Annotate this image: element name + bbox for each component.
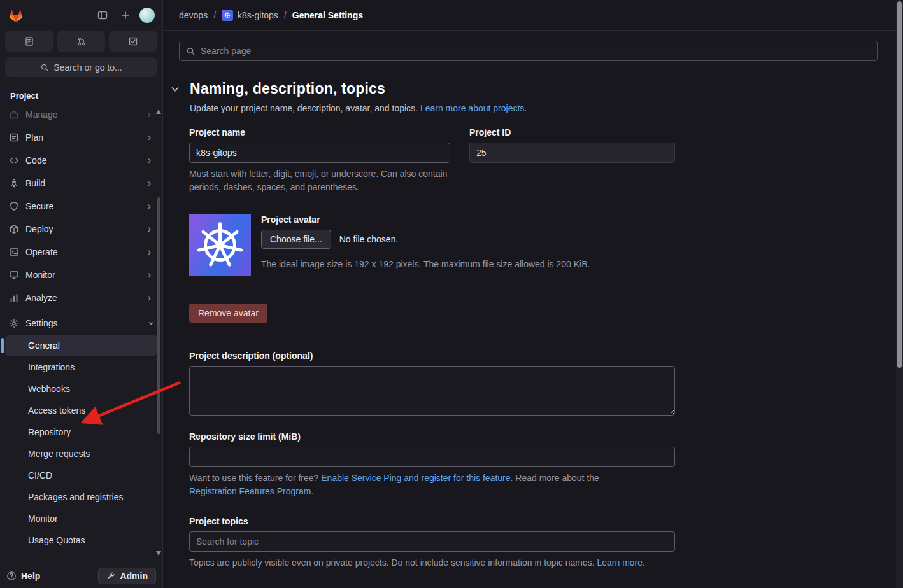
- issues-shortcut-button[interactable]: [5, 31, 53, 52]
- choose-file-button[interactable]: Choose file...: [261, 230, 331, 249]
- merge-requests-shortcut-button[interactable]: [57, 31, 106, 52]
- sidebar-nav: Manage › Plan › Code › Build ›: [0, 106, 162, 563]
- project-name-help: Must start with letter, digit, emoji, or…: [189, 167, 450, 194]
- merge-request-icon: [76, 36, 87, 46]
- project-id-label: Project ID: [469, 127, 675, 137]
- section-divider: [189, 288, 846, 288]
- project-avatar-label: Project avatar: [261, 214, 590, 225]
- sidebar-item-access-tokens[interactable]: Access tokens: [5, 400, 157, 421]
- help-menu-button[interactable]: Help: [6, 571, 40, 581]
- sidebar-subitem-label: General: [28, 339, 60, 352]
- avatar-help-text: The ideal image size is 192 x 192 pixels…: [261, 258, 590, 271]
- sidebar-item-integrations[interactable]: Integrations: [5, 356, 157, 378]
- service-ping-register-link[interactable]: Enable Service Ping and register for thi…: [321, 473, 510, 483]
- topics-learn-more-link[interactable]: Learn more.: [597, 557, 644, 568]
- project-topics-help: Topics are publicly visible even on priv…: [189, 556, 648, 570]
- sidebar-item-label: Code: [25, 154, 46, 167]
- wrench-icon: [106, 571, 115, 580]
- sidebar-item-label: Secure: [25, 200, 53, 213]
- sidebar-item-merge-requests[interactable]: Merge requests: [5, 443, 157, 465]
- sidebar-item-build[interactable]: Build ›: [5, 172, 157, 195]
- learn-more-projects-link[interactable]: Learn more about projects: [420, 103, 524, 113]
- terminal-icon: [9, 247, 19, 257]
- section-subtitle: Update your project name, description, a…: [190, 103, 903, 113]
- project-topics-input[interactable]: [189, 531, 675, 552]
- project-description-textarea[interactable]: [189, 366, 675, 416]
- sidebar-item-webhooks[interactable]: Webhooks: [5, 378, 157, 400]
- create-new-button[interactable]: [117, 6, 134, 24]
- scroll-up-arrow-icon[interactable]: [156, 109, 161, 114]
- registration-features-program-link[interactable]: Registration Features Program: [189, 486, 311, 496]
- breadcrumb-group-link[interactable]: devops: [179, 10, 208, 20]
- sidebar-item-secure[interactable]: Secure ›: [5, 195, 157, 218]
- shield-icon: [9, 201, 19, 211]
- page-search-box: [179, 41, 878, 61]
- sidebar-item-operate[interactable]: Operate ›: [5, 241, 157, 263]
- sidebar-item-monitor[interactable]: Monitor ›: [5, 263, 157, 286]
- page-scrollbar-thumb[interactable]: [897, 1, 902, 368]
- gitlab-logo-icon[interactable]: [8, 8, 24, 24]
- sidebar-subitem-label: Merge requests: [28, 447, 90, 460]
- sidebar-scrollbar-thumb[interactable]: [157, 197, 160, 434]
- bar-chart-icon: [9, 293, 19, 303]
- user-avatar[interactable]: [139, 8, 155, 23]
- breadcrumb-project-link[interactable]: k8s-gitops: [238, 10, 278, 20]
- sidebar-subitem-label: Packages and registries: [28, 491, 123, 503]
- help-text: .: [311, 486, 313, 496]
- repository-size-limit-input[interactable]: [189, 447, 675, 467]
- sidebar-item-deploy[interactable]: Deploy ›: [5, 218, 157, 241]
- sidebar-item-monitor-settings[interactable]: Monitor: [5, 508, 157, 529]
- todos-shortcut-button[interactable]: [109, 31, 157, 52]
- remove-avatar-button[interactable]: Remove avatar: [189, 304, 267, 323]
- chevron-down-icon: ›: [146, 321, 157, 325]
- sidebar-item-label: Analyze: [25, 291, 57, 304]
- sidebar-item-manage[interactable]: Manage ›: [5, 106, 157, 126]
- sidebar-item-settings[interactable]: Settings ›: [5, 312, 157, 335]
- search-or-go-to-button[interactable]: Search or go to...: [5, 57, 157, 77]
- sidebar-item-general[interactable]: General: [5, 335, 157, 356]
- repository-size-limit-help: Want to use this feature for free? Enabl…: [189, 472, 648, 498]
- chevron-right-icon: ›: [148, 132, 153, 143]
- help-text: Topics are publicly visible even on priv…: [189, 557, 597, 568]
- sidebar-item-label: Manage: [25, 108, 58, 121]
- plan-icon: [9, 132, 19, 143]
- sidebar-item-cicd[interactable]: CI/CD: [5, 465, 157, 486]
- code-icon: [9, 155, 19, 165]
- sidebar-item-label: Plan: [25, 131, 43, 144]
- sidebar-item-label: Build: [25, 177, 45, 190]
- gear-icon: [9, 318, 19, 328]
- sidebar-toggle-button[interactable]: [94, 6, 111, 24]
- collapse-section-chevron-icon[interactable]: [170, 84, 180, 94]
- sidebar-item-label: Operate: [25, 246, 58, 258]
- sidebar-item-analyze[interactable]: Analyze ›: [5, 286, 157, 309]
- admin-button[interactable]: Admin: [98, 568, 156, 584]
- sidebar-item-plan[interactable]: Plan ›: [5, 126, 157, 149]
- sidebar-item-code[interactable]: Code ›: [5, 149, 157, 172]
- project-name-input[interactable]: [189, 143, 450, 163]
- section-subtitle-text: Update your project name, description, a…: [190, 103, 418, 113]
- project-id-input[interactable]: [469, 143, 675, 163]
- chevron-right-icon: ›: [148, 201, 153, 211]
- chevron-right-icon: ›: [148, 109, 153, 120]
- sidebar-subitem-label: Integrations: [28, 361, 75, 374]
- manage-icon: [9, 109, 19, 120]
- sidebar-item-repository[interactable]: Repository: [5, 421, 157, 443]
- sidebar-item-usage-quotas[interactable]: Usage Quotas: [5, 529, 157, 551]
- project-topics-label: Project topics: [189, 516, 846, 526]
- sidebar-toggle-icon: [97, 10, 108, 20]
- admin-label: Admin: [120, 571, 148, 581]
- no-file-chosen-text: No file chosen.: [339, 234, 399, 244]
- search-or-go-to-label: Search or go to...: [53, 62, 122, 73]
- sidebar-subitem-label: Usage Quotas: [28, 534, 85, 547]
- page-search-input[interactable]: [201, 46, 871, 56]
- main-content: devops / k8s-gitops / General Settings: [164, 0, 903, 588]
- project-avatar-mini: [222, 10, 233, 21]
- page-scrollbar-track[interactable]: [896, 0, 903, 588]
- sidebar-item-label: Settings: [25, 317, 58, 330]
- monitor-icon: [9, 270, 19, 280]
- sidebar-item-packages-registries[interactable]: Packages and registries: [5, 486, 132, 508]
- period-text: .: [524, 103, 527, 113]
- sidebar-item-label: Monitor: [25, 269, 55, 281]
- sidebar-subitem-label: CI/CD: [28, 469, 52, 482]
- scroll-down-arrow-icon[interactable]: [156, 551, 161, 556]
